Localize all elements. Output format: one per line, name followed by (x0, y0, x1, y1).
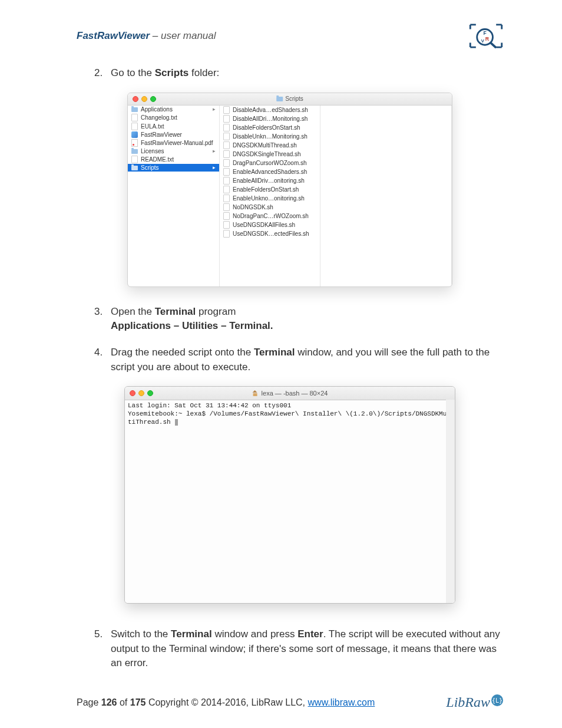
finder-item-label: NoDragPanC…rWOZoom.sh (233, 213, 309, 219)
finder-item-label: Licenses (141, 148, 164, 154)
file-icon (223, 106, 230, 114)
finder-item-label: Applications (141, 106, 173, 113)
file-icon (131, 123, 138, 130)
file-icon (223, 212, 230, 220)
finder-item[interactable]: DragPanCursorWOZoom.sh (220, 159, 320, 167)
file-icon (223, 203, 230, 211)
finder-titlebar: Scripts (128, 93, 452, 106)
close-icon[interactable] (130, 390, 135, 396)
step-5-bold1: Terminal (171, 628, 212, 640)
finder-item[interactable]: DisableAdva…edShaders.sh (220, 106, 320, 114)
header-suffix: – user manual (150, 30, 216, 41)
file-icon (223, 159, 230, 167)
finder-item-label: DisableAllDri…Monitoring.sh (233, 116, 308, 122)
libraw-bubble-icon: {L} (491, 694, 503, 706)
file-icon (131, 149, 138, 154)
finder-item[interactable]: EnableFoldersOnStart.sh (220, 185, 320, 194)
finder-body: Applications▸Changelog.txtEULA.txtFastRa… (128, 106, 452, 286)
finder-item[interactable]: EULA.txt (128, 122, 219, 131)
finder-item[interactable]: README.txt (128, 155, 219, 164)
step-5-pre: Switch to the (111, 628, 171, 640)
finder-column-right[interactable]: DisableAdva…edShaders.shDisableAllDri…Mo… (220, 106, 320, 286)
finder-item[interactable]: Scripts▸ (128, 164, 219, 172)
finder-item[interactable]: DNGSDKMultiThread.sh (220, 141, 320, 150)
step-2-post: folder: (189, 67, 219, 78)
finder-title: Scripts (276, 95, 303, 102)
step-4: Drag the needed script onto the Terminal… (94, 345, 503, 374)
finder-item[interactable]: FastRawViewer (128, 131, 219, 139)
finder-item[interactable]: DisableUnkn…Monitoring.sh (220, 132, 320, 141)
frv-logo-icon: F R V (469, 24, 503, 48)
scrollbar[interactable] (446, 400, 455, 603)
chevron-right-icon: ▸ (213, 148, 216, 154)
maximize-icon[interactable] (147, 390, 153, 396)
finder-item-label: FastRawViewer-Manual.pdf (141, 140, 213, 146)
terminal-body[interactable]: Last login: Sat Oct 31 13:44:42 on ttys0… (125, 400, 455, 603)
finder-item[interactable]: DisableFoldersOnStart.sh (220, 123, 320, 132)
minimize-icon[interactable] (141, 96, 147, 102)
finder-item[interactable]: Changelog.txt (128, 113, 219, 122)
finder-item[interactable]: Licenses▸ (128, 147, 219, 155)
file-icon (131, 139, 138, 147)
close-icon[interactable] (133, 96, 138, 102)
minimize-icon[interactable] (138, 390, 144, 396)
terminal-title-text: lexa — -bash — 80×24 (262, 390, 328, 397)
file-icon (223, 124, 230, 131)
finder-column-preview (320, 106, 452, 286)
finder-item-label: NoDNGSDK.sh (233, 204, 273, 210)
svg-text:F: F (483, 30, 486, 36)
file-icon (223, 141, 230, 149)
finder-item[interactable]: EnableAdvancedShaders.sh (220, 167, 320, 176)
finder-item[interactable]: FastRawViewer-Manual.pdf (128, 139, 219, 147)
finder-item[interactable]: DisableAllDri…Monitoring.sh (220, 114, 320, 123)
file-icon (223, 168, 230, 176)
finder-item[interactable]: EnableUnkno…onitoring.sh (220, 194, 320, 203)
home-icon (252, 390, 259, 396)
page-footer: Page 126 of 175 Copyright © 2014-2016, L… (77, 694, 503, 710)
folder-icon (276, 97, 283, 101)
header-title: FastRawViewer – user manual (77, 30, 216, 42)
step-2: Go to the Scripts folder: (94, 66, 503, 81)
terminal-window: lexa — -bash — 80×24 Last login: Sat Oct… (124, 386, 455, 604)
finder-item-label: UseDNGSDKAllFiles.sh (233, 222, 295, 228)
step-4-bold: Terminal (254, 347, 295, 358)
page-current: 126 (101, 697, 117, 707)
libraw-link[interactable]: www.libraw.com (308, 697, 375, 707)
finder-item-label: EnableAllDriv…onitoring.sh (233, 177, 305, 184)
finder-item[interactable]: NoDNGSDK.sh (220, 203, 320, 212)
svg-text:R: R (485, 36, 490, 42)
finder-column-left[interactable]: Applications▸Changelog.txtEULA.txtFastRa… (128, 106, 220, 286)
page-mid: of (117, 697, 130, 707)
finder-item[interactable]: Applications▸ (128, 106, 219, 113)
app-name: FastRawViewer (77, 30, 150, 41)
finder-item-label: DragPanCursorWOZoom.sh (233, 160, 307, 166)
finder-title-text: Scripts (285, 95, 303, 102)
finder-item-label: FastRawViewer (141, 131, 182, 138)
finder-item-label: DisableUnkn…Monitoring.sh (233, 133, 308, 140)
file-icon (131, 107, 138, 112)
step-5-mid: window and press (212, 628, 298, 640)
finder-item-label: DisableFoldersOnStart.sh (233, 124, 300, 131)
finder-item-label: EULA.txt (141, 123, 164, 130)
libraw-logo-text: LibRaw (446, 694, 490, 710)
finder-item[interactable]: NoDragPanC…rWOZoom.sh (220, 212, 320, 220)
finder-item[interactable]: DNGSDKSingleThread.sh (220, 150, 320, 159)
step-3: Open the Terminal program Applications –… (94, 305, 503, 334)
finder-window: Scripts Applications▸Changelog.txtEULA.t… (127, 93, 452, 287)
finder-item-label: DisableAdva…edShaders.sh (233, 107, 308, 113)
libraw-logo: LibRaw {L} (446, 694, 503, 710)
file-icon (223, 177, 230, 185)
step-2-pre: Go to the (111, 67, 155, 78)
footer-text: Page 126 of 175 Copyright © 2014-2016, L… (77, 697, 375, 708)
maximize-icon[interactable] (150, 96, 156, 102)
finder-item[interactable]: EnableAllDriv…onitoring.sh (220, 176, 320, 185)
finder-item[interactable]: UseDNGSDKAllFiles.sh (220, 220, 320, 229)
finder-item-label: README.txt (141, 156, 174, 163)
finder-item-label: DNGSDKMultiThread.sh (233, 142, 297, 149)
step-3-pre: Open the (111, 306, 155, 317)
cursor-icon (175, 419, 178, 426)
file-icon (223, 195, 230, 202)
finder-item-label: EnableUnkno…onitoring.sh (233, 195, 305, 202)
file-icon (223, 150, 230, 158)
finder-item[interactable]: UseDNGSDK…ectedFiles.sh (220, 229, 320, 238)
